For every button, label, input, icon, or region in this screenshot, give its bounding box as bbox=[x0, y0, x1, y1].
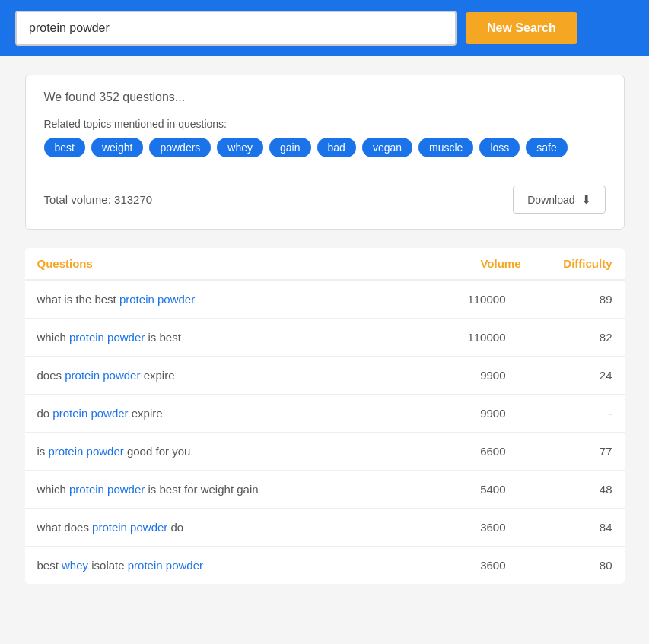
difficulty-value: 84 bbox=[521, 521, 612, 534]
table-row[interactable]: do protein powder expire9900- bbox=[25, 395, 625, 433]
difficulty-value: 89 bbox=[521, 293, 612, 306]
question-text: best whey isolate protein powder bbox=[37, 559, 430, 572]
main-content: We found 352 questions... Related topics… bbox=[13, 75, 637, 584]
download-label: Download bbox=[527, 194, 574, 206]
download-button[interactable]: Download ⬇ bbox=[513, 186, 605, 214]
table-row[interactable]: does protein powder expire990024 bbox=[25, 357, 625, 395]
difficulty-value: 80 bbox=[521, 559, 612, 572]
volume-value: 6600 bbox=[430, 445, 521, 458]
question-text: what is the best protein powder bbox=[37, 293, 430, 306]
topic-tag[interactable]: whey bbox=[217, 138, 263, 157]
new-search-button[interactable]: New Search bbox=[466, 12, 577, 44]
table-header: Questions Volume Difficulty bbox=[25, 248, 625, 281]
topic-tag[interactable]: powders bbox=[149, 138, 211, 157]
table-body: what is the best protein powder11000089w… bbox=[25, 281, 625, 584]
topic-tag[interactable]: vegan bbox=[362, 138, 412, 157]
difficulty-value: 24 bbox=[521, 369, 612, 382]
related-topics-label: Related topics mentioned in questions: bbox=[44, 118, 606, 130]
download-icon: ⬇ bbox=[581, 192, 591, 207]
volume-value: 9900 bbox=[430, 369, 521, 382]
difficulty-value: 48 bbox=[521, 483, 612, 496]
topic-tag[interactable]: loss bbox=[479, 138, 520, 157]
question-text: is protein powder good for you bbox=[37, 445, 430, 458]
volume-value: 9900 bbox=[430, 407, 521, 420]
table-row[interactable]: which protein powder is best for weight … bbox=[25, 471, 625, 509]
total-volume: Total volume: 313270 bbox=[44, 193, 153, 206]
volume-value: 3600 bbox=[430, 559, 521, 572]
question-text: what does protein powder do bbox=[37, 521, 430, 534]
results-card: We found 352 questions... Related topics… bbox=[25, 75, 625, 230]
topic-tag[interactable]: muscle bbox=[418, 138, 473, 157]
question-text: which protein powder is best bbox=[37, 331, 430, 344]
col-difficulty-label: Difficulty bbox=[521, 257, 612, 270]
topic-tag[interactable]: weight bbox=[91, 138, 143, 157]
question-text: do protein powder expire bbox=[37, 407, 430, 420]
col-volume-label: Volume bbox=[430, 257, 521, 270]
volume-value: 5400 bbox=[430, 483, 521, 496]
volume-value: 3600 bbox=[430, 521, 521, 534]
difficulty-value: - bbox=[521, 407, 612, 420]
topic-tag[interactable]: gain bbox=[269, 138, 310, 157]
question-text: does protein powder expire bbox=[37, 369, 430, 382]
difficulty-value: 82 bbox=[521, 331, 612, 344]
volume-value: 110000 bbox=[430, 293, 521, 306]
difficulty-value: 77 bbox=[521, 445, 612, 458]
col-questions-label: Questions bbox=[37, 257, 430, 270]
topic-tag[interactable]: best bbox=[44, 138, 85, 157]
results-count: We found 352 questions... bbox=[44, 90, 606, 104]
topic-tag[interactable]: safe bbox=[526, 138, 567, 157]
table-row[interactable]: which protein powder is best11000082 bbox=[25, 319, 625, 357]
search-input[interactable] bbox=[15, 11, 457, 46]
volume-value: 110000 bbox=[430, 331, 521, 344]
table-row[interactable]: best whey isolate protein powder360080 bbox=[25, 547, 625, 584]
header: New Search bbox=[0, 0, 649, 56]
topic-tag[interactable]: bad bbox=[317, 138, 356, 157]
questions-table: Questions Volume Difficulty what is the … bbox=[25, 248, 625, 584]
volume-row: Total volume: 313270 Download ⬇ bbox=[44, 173, 606, 214]
table-row[interactable]: what does protein powder do360084 bbox=[25, 509, 625, 547]
table-row[interactable]: is protein powder good for you660077 bbox=[25, 433, 625, 471]
table-row[interactable]: what is the best protein powder11000089 bbox=[25, 281, 625, 319]
tags-container: bestweightpowderswheygainbadveganmusclel… bbox=[44, 138, 606, 157]
question-text: which protein powder is best for weight … bbox=[37, 483, 430, 496]
